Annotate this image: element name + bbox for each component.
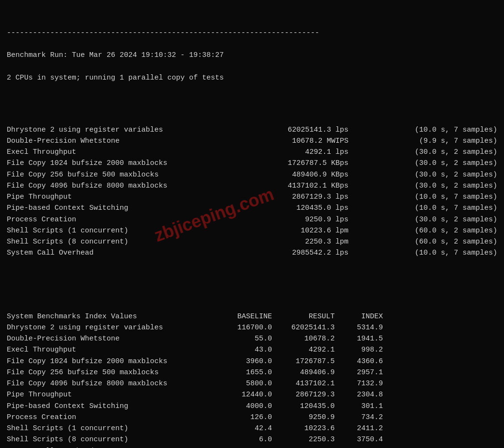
result-extra: (30.0 s, 2 samples) <box>391 158 497 169</box>
index-header-row: System Benchmarks Index ValuesBASELINERE… <box>7 311 497 322</box>
result-value-unit: 62025141.3 lps <box>252 124 349 136</box>
result-row: Shell Scripts (1 concurrent)10223.6 lpm(… <box>7 225 497 236</box>
result-label: Dhrystone 2 using register variables <box>7 124 209 136</box>
result-value-unit: 10678.2 MWIPS <box>252 136 349 147</box>
result-value-unit: 4137102.1 KBps <box>252 180 349 191</box>
result-value-unit: 489406.9 KBps <box>252 169 349 180</box>
index-row: Dhrystone 2 using register variables1167… <box>7 322 497 333</box>
index-row: Pipe-based Context Switching4000.0120435… <box>7 401 497 412</box>
index-row: File Copy 256 bufsize 500 maxblocks1655.… <box>7 367 497 378</box>
result-extra: (10.0 s, 7 samples) <box>391 124 497 136</box>
index-row: System Call Overhead15000.02985542.21990… <box>7 446 497 448</box>
result-extra: (10.0 s, 7 samples) <box>391 191 497 203</box>
result-value-unit: 2867129.3 lps <box>252 191 349 203</box>
result-label: File Copy 1024 bufsize 2000 maxblocks <box>7 158 209 169</box>
result-row: Pipe-based Context Switching120435.0 lps… <box>7 203 497 214</box>
result-value-unit: 1726787.5 KBps <box>252 158 349 169</box>
result-row: File Copy 4096 bufsize 8000 maxblocks413… <box>7 180 497 191</box>
result-value-unit: 9250.9 lps <box>252 214 349 225</box>
result-value-unit: 10223.6 lpm <box>252 225 349 236</box>
result-value-unit: 2985542.2 lps <box>252 247 349 258</box>
header-line1: Benchmark Run: Tue Mar 26 2024 19:10:32 … <box>7 50 497 61</box>
result-extra: (30.0 s, 2 samples) <box>391 147 497 158</box>
result-label: Pipe Throughput <box>7 191 209 203</box>
result-value-unit: 2250.3 lpm <box>252 236 349 247</box>
index-section: System Benchmarks Index ValuesBASELINERE… <box>7 311 497 448</box>
index-row: Shell Scripts (8 concurrent)6.02250.3375… <box>7 434 497 445</box>
result-label: Shell Scripts (1 concurrent) <box>7 225 209 236</box>
result-row: File Copy 256 bufsize 500 maxblocks48940… <box>7 169 497 180</box>
result-label: Pipe-based Context Switching <box>7 203 209 214</box>
result-extra: (10.0 s, 7 samples) <box>391 247 497 258</box>
result-label: Shell Scripts (8 concurrent) <box>7 236 209 247</box>
header-line2: 2 CPUs in system; running 1 parallel cop… <box>7 72 497 83</box>
result-row: Double-Precision Whetstone10678.2 MWIPS(… <box>7 136 497 147</box>
index-row: Execl Throughput43.04292.1998.2 <box>7 344 497 355</box>
index-row: File Copy 4096 bufsize 8000 maxblocks580… <box>7 378 497 389</box>
divider-top: ----------------------------------------… <box>7 27 497 39</box>
result-extra: (9.9 s, 7 samples) <box>391 136 497 147</box>
result-row: Dhrystone 2 using register variables6202… <box>7 124 497 136</box>
result-extra: (30.0 s, 2 samples) <box>391 169 497 180</box>
results-section: Dhrystone 2 using register variables6202… <box>7 124 497 259</box>
result-extra: (60.0 s, 2 samples) <box>391 225 497 236</box>
index-row: Double-Precision Whetstone55.010678.2194… <box>7 333 497 344</box>
result-row: Execl Throughput4292.1 lps(30.0 s, 2 sam… <box>7 147 497 158</box>
result-extra: (10.0 s, 7 samples) <box>391 203 497 214</box>
result-label: File Copy 4096 bufsize 8000 maxblocks <box>7 180 209 191</box>
terminal-output: ----------------------------------------… <box>7 5 497 448</box>
result-extra: (30.0 s, 2 samples) <box>391 180 497 191</box>
result-value-unit: 120435.0 lps <box>252 203 349 214</box>
result-row: File Copy 1024 bufsize 2000 maxblocks172… <box>7 158 497 169</box>
result-label: File Copy 256 bufsize 500 maxblocks <box>7 169 209 180</box>
result-extra: (30.0 s, 2 samples) <box>391 214 497 225</box>
index-row: File Copy 1024 bufsize 2000 maxblocks396… <box>7 356 497 367</box>
result-value-unit: 4292.1 lps <box>252 147 349 158</box>
result-label: Process Creation <box>7 214 209 225</box>
index-row: Process Creation126.09250.9734.2 <box>7 412 497 423</box>
index-row: Pipe Throughput12440.02867129.32304.8 <box>7 389 497 400</box>
result-row: Process Creation9250.9 lps(30.0 s, 2 sam… <box>7 214 497 225</box>
result-extra: (60.0 s, 2 samples) <box>391 236 497 247</box>
result-label: Double-Precision Whetstone <box>7 136 209 147</box>
index-row: Shell Scripts (1 concurrent)42.410223.62… <box>7 423 497 434</box>
result-label: System Call Overhead <box>7 247 209 258</box>
result-row: Pipe Throughput2867129.3 lps(10.0 s, 7 s… <box>7 191 497 203</box>
result-row: Shell Scripts (8 concurrent)2250.3 lpm(6… <box>7 236 497 247</box>
result-row: System Call Overhead2985542.2 lps(10.0 s… <box>7 247 497 258</box>
result-label: Execl Throughput <box>7 147 209 158</box>
